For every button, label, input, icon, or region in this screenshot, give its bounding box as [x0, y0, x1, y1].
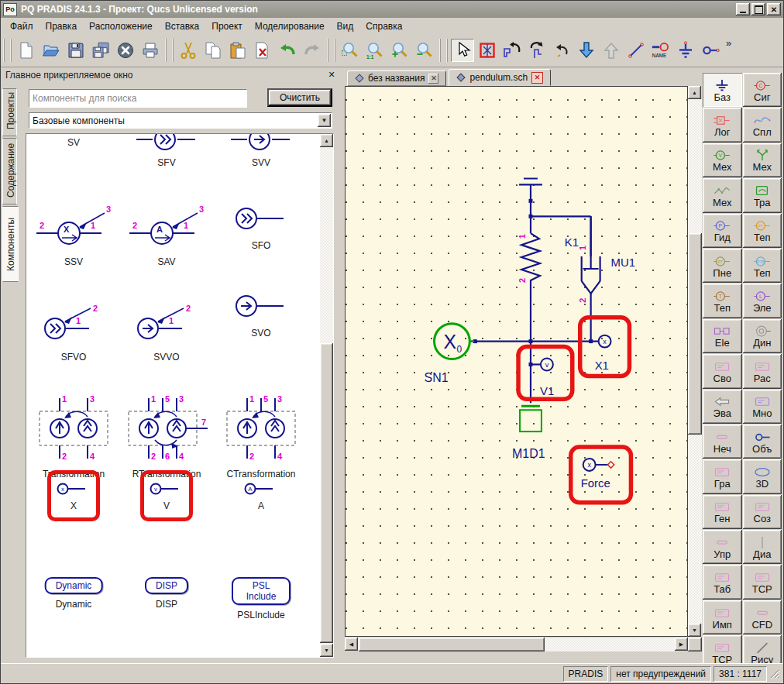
chevron-down-icon[interactable]: ▼ [318, 114, 331, 127]
zoom-one-to-one-button[interactable]: 1:1 [363, 39, 387, 62]
undo-small-button[interactable] [550, 39, 573, 62]
close-file-button[interactable] [114, 39, 137, 62]
maximize-button[interactable] [751, 3, 765, 15]
redo-button[interactable] [301, 39, 324, 62]
palette-button-18[interactable]: Эва [703, 390, 742, 424]
tab-untitled[interactable]: без названия ✕ [347, 70, 446, 86]
wire-button[interactable] [624, 39, 648, 62]
push-down-button[interactable] [575, 39, 598, 62]
palette-button-22[interactable]: Гра [703, 459, 742, 493]
palette-button-27[interactable]: Диа [743, 530, 782, 564]
component-k1[interactable]: K1 1 2 [518, 233, 579, 286]
palette-button-25[interactable]: Соз [743, 495, 782, 529]
component-item-v-probe[interactable]: v V [150, 482, 184, 511]
toolbar-overflow-chevron[interactable]: » [726, 37, 731, 49]
palette-button-5[interactable]: Мех [743, 143, 782, 177]
rotate-ccw-button[interactable] [500, 39, 524, 62]
palette-button-4[interactable]: VМех [703, 143, 742, 177]
palette-button-21[interactable]: Объ [743, 424, 782, 459]
palette-button-0[interactable]: Баз [703, 73, 742, 107]
palette-button-28[interactable]: Таб [703, 565, 742, 599]
toolbar-handle[interactable] [3, 39, 12, 62]
component-item-ssv[interactable]: X 2 1 3 SSV [33, 204, 114, 267]
category-dropdown[interactable]: Базовые компоненты ▼ [29, 112, 332, 129]
palette-button-10[interactable]: PTПне [703, 249, 742, 283]
tab-projects[interactable]: Проекты [2, 88, 17, 136]
component-item-svv[interactable]: SVV [229, 134, 294, 168]
palette-button-1[interactable]: CСиг [743, 73, 782, 107]
palette-button-15[interactable]: Дин [743, 319, 782, 353]
minimize-button[interactable] [736, 3, 750, 15]
scroll-down-icon[interactable]: ▼ [688, 624, 701, 637]
palette-button-9[interactable]: PTТеп [743, 214, 782, 248]
save-all-button[interactable] [89, 39, 112, 62]
print-button[interactable] [139, 39, 162, 62]
ground-button[interactable] [674, 39, 697, 62]
scroll-left-icon[interactable]: ◀ [345, 638, 358, 651]
palette-button-16[interactable]: Сво [703, 354, 742, 388]
component-item-dynamic[interactable]: Dynamic Dynamic [45, 577, 103, 610]
component-v1-probe[interactable]: v V1 [540, 359, 554, 398]
close-tab-icon[interactable]: ✕ [428, 74, 438, 84]
delete-button[interactable] [251, 39, 274, 62]
tab-components[interactable]: Компоненты [2, 206, 19, 282]
close-tab-icon[interactable]: ✕ [531, 72, 543, 84]
list-scrollbar[interactable]: ▲ ▼ [320, 134, 333, 657]
scroll-up-icon[interactable]: ▲ [688, 86, 701, 99]
component-search-input[interactable] [29, 89, 247, 108]
component-item-pslinclude[interactable]: PSL Include PSLInclude [232, 577, 291, 620]
palette-button-7[interactable]: Тра [743, 178, 782, 212]
component-mu1[interactable]: MU1 1 2 [578, 216, 635, 303]
menu-item-1[interactable]: Правка [40, 19, 84, 33]
palette-button-24[interactable]: Ген [703, 495, 742, 529]
palette-button-6[interactable]: Мех [703, 178, 742, 212]
palette-button-19[interactable]: Мно [743, 390, 782, 424]
canvas-hscrollbar[interactable]: ◀ ▶ [345, 638, 688, 651]
cut-button[interactable] [177, 39, 200, 62]
scrollbar-thumb[interactable] [359, 638, 545, 651]
palette-button-2[interactable]: Лог [703, 108, 742, 142]
canvas-vscrollbar[interactable]: ▲ ▼ [688, 86, 702, 637]
clear-search-button[interactable]: Очистить [267, 88, 332, 107]
palette-button-8[interactable]: PГид [703, 214, 742, 248]
schematic-canvas[interactable]: K1 1 2 MU1 1 2 [345, 86, 688, 637]
menu-item-6[interactable]: Вид [331, 19, 360, 33]
toolbar-handle[interactable] [165, 39, 174, 62]
component-item-x-probe[interactable]: x X [57, 482, 91, 511]
paste-button[interactable] [226, 39, 249, 62]
component-force-probe[interactable]: x Force [581, 459, 614, 490]
menu-item-3[interactable]: Вставка [159, 19, 206, 33]
select-cursor-button[interactable] [451, 39, 474, 62]
component-item-transformation[interactable]: 1 3 2 4 Transformation [27, 393, 120, 479]
palette-button-12[interactable]: TТеп [703, 284, 742, 318]
component-item-svo[interactable]: SVO [234, 289, 288, 339]
component-sn1-source[interactable]: X 0 SN1 [425, 324, 475, 385]
zoom-fit-button[interactable] [339, 39, 362, 62]
scrollbar-thumb[interactable] [688, 233, 702, 435]
scroll-down-icon[interactable]: ▼ [320, 644, 333, 657]
zoom-in-button[interactable] [388, 39, 411, 62]
resize-grip-icon[interactable] [769, 669, 780, 679]
palette-button-26[interactable]: Упр [703, 530, 742, 564]
palette-button-14[interactable]: Ele [703, 319, 742, 353]
palette-button-3[interactable]: Спл [743, 108, 782, 142]
component-m1d1-mass[interactable]: M1D1 [512, 406, 545, 460]
component-item-sfo[interactable]: SFO [234, 201, 288, 251]
scroll-right-icon[interactable]: ▶ [675, 638, 688, 651]
palette-button-30[interactable]: Имп [703, 600, 742, 634]
open-file-button[interactable] [40, 39, 63, 62]
palette-button-17[interactable]: Рас [743, 354, 782, 388]
toolbar-handle[interactable] [327, 39, 335, 62]
scroll-up-icon[interactable]: ▲ [320, 134, 333, 147]
menu-item-4[interactable]: Проект [205, 19, 249, 33]
pull-up-button[interactable] [600, 39, 623, 62]
rotate-cw-button[interactable] [525, 39, 548, 62]
tab-contents[interactable]: Содержание [2, 138, 17, 205]
palette-button-31[interactable]: CFD [743, 600, 782, 634]
component-item-sfv[interactable]: SFV [134, 134, 199, 168]
component-item-svvo[interactable]: 2 1 SVVO [134, 302, 199, 363]
component-item-sfvo[interactable]: 2 1 SFVO [41, 302, 106, 363]
component-item-rtransformation[interactable]: 1 5 3 7 2 6 4 RTransformation [116, 393, 217, 479]
palette-button-11[interactable]: PTBТеп [743, 249, 782, 283]
menu-item-5[interactable]: Моделирование [249, 19, 331, 33]
